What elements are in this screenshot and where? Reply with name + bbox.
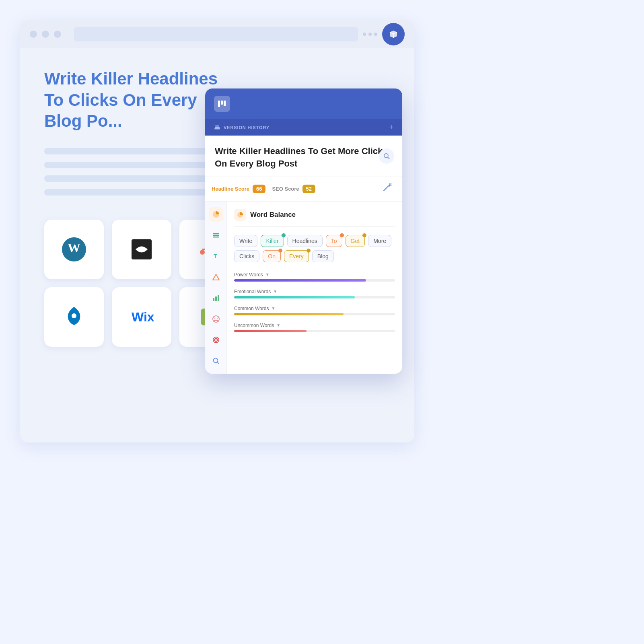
seo-score-label: SEO Score <box>272 186 299 192</box>
sidebar-icon-triangle[interactable] <box>209 270 223 284</box>
svg-rect-27 <box>213 237 219 238</box>
word-pill-more: More <box>368 235 391 247</box>
svg-rect-30 <box>213 298 214 301</box>
sidebar-icon-menu[interactable] <box>209 228 223 243</box>
svg-text:W: W <box>68 241 80 255</box>
svg-marker-29 <box>213 274 219 280</box>
pill-dot <box>362 233 366 237</box>
browser-dot-red <box>30 31 37 38</box>
progress-uncommon-words: Uncommon Words ▼ <box>234 323 395 332</box>
magic-wand-button[interactable] <box>383 183 396 195</box>
progress-bar-track <box>234 296 395 298</box>
word-pill-every: Every <box>284 250 309 262</box>
word-pill-clicks: Clicks <box>234 250 259 262</box>
progress-power-words: Power Words ▼ <box>234 272 395 282</box>
plus-button[interactable]: + <box>389 123 393 132</box>
pill-dot <box>278 249 282 253</box>
word-pill-get: Get <box>346 235 365 247</box>
progress-bar-track <box>234 330 395 332</box>
sidebar-icon-bar-chart[interactable] <box>209 291 223 305</box>
panel-logo <box>214 96 230 112</box>
progress-section: Power Words ▼ Emotional Words ▼ <box>234 272 395 332</box>
sidebar-icon-emoji[interactable] <box>209 312 223 326</box>
svg-point-8 <box>200 250 205 255</box>
panel-header <box>205 88 402 119</box>
word-pill-blog: Blog <box>312 250 334 262</box>
svg-line-21 <box>384 186 389 191</box>
progress-emotional-words: Emotional Words ▼ <box>234 289 395 298</box>
headline-display: Write Killer Headlines To Get More Click… <box>215 145 393 170</box>
progress-bar-track <box>234 313 395 315</box>
word-pill-headlines: Headlines <box>287 235 323 247</box>
browser-dots-right <box>363 33 377 36</box>
svg-rect-32 <box>218 295 219 301</box>
progress-bar-fill <box>234 296 355 298</box>
integration-wix: Wix <box>112 287 171 347</box>
progress-label: Uncommon Words ▼ <box>234 323 395 328</box>
seo-score-tab[interactable]: SEO Score 52 <box>272 185 315 193</box>
pill-dot <box>340 233 344 237</box>
svg-line-24 <box>391 183 391 184</box>
progress-bar-fill <box>234 279 366 282</box>
svg-line-40 <box>217 362 219 364</box>
svg-rect-13 <box>218 101 220 107</box>
svg-text:T: T <box>214 253 217 259</box>
sidebar-icon-pie-chart[interactable] <box>209 207 223 222</box>
headline-area: Write Killer Headlines To Get More Click… <box>205 136 402 177</box>
svg-point-33 <box>213 316 219 322</box>
svg-rect-31 <box>215 296 217 301</box>
browser-dot-yellow <box>42 31 49 38</box>
word-pill-killer: Killer <box>261 235 284 247</box>
word-pills: Write Killer Headlines To Get More Click… <box>234 235 395 262</box>
version-history-label: VERSION HISTORY <box>214 124 270 131</box>
progress-label: Emotional Words ▼ <box>234 289 395 294</box>
progress-bar-fill <box>234 313 344 315</box>
word-pill-write: Write <box>234 235 257 247</box>
score-tabs: Headline Score 66 SEO Score 52 <box>205 177 402 202</box>
headline-score-label: Headline Score <box>212 186 249 192</box>
svg-point-38 <box>215 339 216 340</box>
progress-bar-track <box>234 279 395 282</box>
svg-point-10 <box>72 313 76 318</box>
address-bar <box>74 27 358 41</box>
word-balance-content: Word Balance Write Killer Headlines To G… <box>227 202 402 374</box>
svg-rect-16 <box>214 128 220 130</box>
browser-logo-circle <box>382 23 405 45</box>
sidebar-icon-search[interactable] <box>209 354 223 368</box>
integration-drupal <box>44 287 104 347</box>
progress-common-words: Common Words ▼ <box>234 306 395 315</box>
pill-dot <box>282 233 286 237</box>
version-bar: VERSION HISTORY + <box>205 119 402 136</box>
integration-wordpress: W <box>44 220 104 279</box>
integration-squarespace <box>112 220 171 279</box>
svg-text:Wix: Wix <box>132 310 154 324</box>
sidebar-icons: T <box>205 202 227 374</box>
sidebar-icon-target[interactable] <box>209 333 223 347</box>
svg-rect-18 <box>215 126 219 127</box>
seo-score-badge: 52 <box>302 185 315 193</box>
pill-dot <box>307 249 311 253</box>
svg-rect-15 <box>224 101 226 106</box>
word-pill-on: On <box>263 250 281 262</box>
svg-line-20 <box>388 157 389 159</box>
word-balance-header: Word Balance <box>234 209 395 227</box>
progress-bar-fill <box>234 330 307 332</box>
sidebar-icon-text[interactable]: T <box>209 249 223 263</box>
headline-score-tab[interactable]: Headline Score 66 <box>212 185 265 193</box>
headline-score-badge: 66 <box>253 185 265 193</box>
svg-point-34 <box>214 318 215 319</box>
svg-rect-17 <box>215 127 220 128</box>
svg-rect-14 <box>221 101 223 105</box>
panel-body: T <box>205 202 402 374</box>
svg-point-35 <box>217 318 218 319</box>
plugin-panel: VERSION HISTORY + Write Killer Headlines… <box>205 88 402 374</box>
word-balance-title: Word Balance <box>250 211 296 219</box>
word-pill-to: To <box>326 235 342 247</box>
svg-rect-26 <box>213 235 219 236</box>
svg-rect-25 <box>213 233 219 235</box>
browser-toolbar <box>20 20 414 48</box>
search-icon[interactable] <box>379 148 394 164</box>
progress-label: Power Words ▼ <box>234 272 395 278</box>
progress-label: Common Words ▼ <box>234 306 395 311</box>
browser-dot-green <box>54 31 61 38</box>
